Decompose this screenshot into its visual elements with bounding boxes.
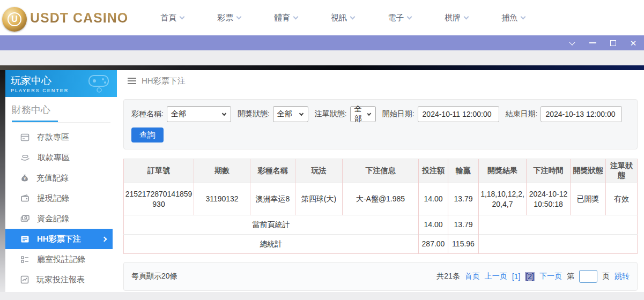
end-date-input[interactable] <box>541 106 622 122</box>
cell-play-type: 第四球(大) <box>295 183 343 215</box>
hamburger-icon[interactable] <box>128 78 136 84</box>
footer-strip <box>0 292 644 300</box>
cell-draw-status: 已開獎 <box>571 183 606 215</box>
sidebar-item-label: 存款專區 <box>37 132 69 142</box>
hall-bet-record-icon <box>20 256 29 264</box>
chevron-down-icon <box>350 14 356 19</box>
nav-item-slots[interactable]: 電子 <box>388 13 411 23</box>
nav-label: 電子 <box>388 13 404 23</box>
filter-panel: 彩種名稱: 全部 開獎狀態: 全部 注單狀態: 全部 開始日期: 結束日期: 查… <box>123 99 638 149</box>
funds-record-icon <box>20 214 29 223</box>
nav-label: 體育 <box>274 13 290 23</box>
sidebar-item-withdraw[interactable]: 取款專區 <box>5 147 117 168</box>
cell-win-loss: 13.79 <box>448 183 479 215</box>
cell-draw-result: 1,18,10,12,2,20,4,7 <box>479 183 527 215</box>
per-page-label: 每頁顯示20條 <box>131 272 177 281</box>
nav-item-live[interactable]: 視訊 <box>331 13 354 23</box>
svg-text:¥: ¥ <box>24 177 26 181</box>
page-title: HH彩票下注 <box>142 76 186 86</box>
chevron-down-icon <box>222 111 226 115</box>
chevron-down-icon <box>180 14 185 19</box>
site-logo: U USDT CASINO <box>2 4 128 32</box>
cell-bet-status: 有效 <box>606 183 638 215</box>
col-issue: 期數 <box>194 159 250 183</box>
col-play-type: 玩法 <box>295 159 343 183</box>
sidebar-item-hall-bet-records[interactable]: 廳室投註記錄 <box>5 249 117 269</box>
bet-status-select[interactable]: 全部 <box>350 106 376 122</box>
gamepad-icon <box>85 73 113 94</box>
finance-section: 財務中心 <box>5 97 117 123</box>
prev-page-link[interactable]: 上一页 <box>485 272 507 281</box>
page-summary-label: 當前頁統計 <box>124 215 419 235</box>
nav-item-fishing[interactable]: 捕魚 <box>501 13 525 23</box>
logo-letter: U <box>8 12 21 26</box>
table-header-row: 訂單號 期數 彩種名稱 玩法 下注信息 投注額 輸贏 開獎結果 下注時間 開獎狀… <box>124 159 638 183</box>
next-page-link[interactable]: 下一页 <box>539 272 562 281</box>
sidebar-item-label: HH彩票下注 <box>37 234 81 244</box>
end-date-label: 結束日期: <box>506 109 538 119</box>
sidebar-item-player-bet-report[interactable]: 玩家投注報表 <box>5 269 117 290</box>
usdt-logo-icon: U <box>2 7 27 32</box>
cell-bet-amount: 14.00 <box>419 183 448 215</box>
page-summary-bet-amount: 14.00 <box>419 215 448 235</box>
left-edge-shadow <box>0 70 5 292</box>
jump-page-input[interactable] <box>579 270 597 283</box>
players-center-banner: 玩家中心 PLAYERS CENTER <box>5 70 117 97</box>
total-summary-win-loss: 115.96 <box>448 235 479 254</box>
sidebar-item-funds-record[interactable]: 資金記錄 <box>5 208 117 229</box>
player-report-icon <box>20 275 29 284</box>
draw-status-select[interactable]: 全部 <box>273 106 308 122</box>
nav-item-cards[interactable]: 棋牌 <box>445 13 468 23</box>
col-order-no: 訂單號 <box>124 159 194 183</box>
sidebar-menu: 存款專區 取款專區 ¥ 充值記錄 提現記錄 資金記錄 HH彩票下注 <box>5 127 117 290</box>
dark-gradient-bar <box>0 65 644 70</box>
total-summary-empty <box>479 235 638 254</box>
sidebar-item-hh-lottery-bets[interactable]: HH彩票下注 <box>5 229 113 249</box>
draw-status-label: 開獎狀態: <box>238 109 270 119</box>
minimize-icon[interactable] <box>588 39 597 47</box>
col-bet-status: 注單狀態 <box>606 159 638 183</box>
table-row: 2152172870141859930 31190132 澳洲幸运8 第四球(大… <box>124 183 638 215</box>
close-icon[interactable]: ✕ <box>629 39 638 47</box>
select-value: 全部 <box>171 109 186 119</box>
site-header: U USDT CASINO 首頁 彩票 體育 視訊 電子 棋牌 捕魚 <box>0 0 644 35</box>
withdraw-icon <box>20 153 30 162</box>
page-1-link[interactable]: [1] <box>512 272 521 281</box>
chevron-right-icon <box>102 236 107 242</box>
sidebar-item-deposit[interactable]: 存款專區 <box>5 127 117 147</box>
sub-strip <box>0 50 644 65</box>
sidebar-item-label: 提現記錄 <box>37 193 69 204</box>
lottery-name-select[interactable]: 全部 <box>167 106 231 122</box>
sidebar-item-label: 玩家投注報表 <box>36 275 85 285</box>
bets-table: 訂單號 期數 彩種名稱 玩法 下注信息 投注額 輸贏 開獎結果 下注時間 開獎狀… <box>123 159 638 254</box>
nav-label: 棋牌 <box>445 13 461 23</box>
sidebar-item-label: 資金記錄 <box>37 214 69 224</box>
chevron-down-icon <box>407 14 412 19</box>
page-summary-row: 當前頁統計 14.00 13.79 <box>124 215 638 235</box>
cashout-record-icon <box>20 194 29 202</box>
page-2-link-current[interactable]: [2] <box>525 272 535 281</box>
start-date-input[interactable] <box>418 106 499 122</box>
select-value: 全部 <box>277 109 292 119</box>
first-page-link[interactable]: 首页 <box>465 272 480 281</box>
cell-issue: 31190132 <box>194 183 250 215</box>
bet-status-label: 注單狀態: <box>315 109 347 119</box>
main-content: HH彩票下注 彩種名稱: 全部 開獎狀態: 全部 注單狀態: 全部 開始日期: … <box>117 70 644 292</box>
nav-item-home[interactable]: 首頁 <box>160 13 184 23</box>
collapse-chevron-icon[interactable] <box>568 39 576 47</box>
sidebar-item-cashout-record[interactable]: 提現記錄 <box>5 188 117 208</box>
maximize-icon[interactable] <box>609 39 617 47</box>
jump-go-link[interactable]: 跳转 <box>615 272 630 281</box>
jump-prefix-label: 第 <box>567 272 574 281</box>
col-bet-info: 下注信息 <box>343 159 419 183</box>
nav-label: 彩票 <box>217 13 233 23</box>
cell-bet-info: 大-A盤@1.985 <box>343 183 419 215</box>
recharge-record-icon: ¥ <box>20 174 29 183</box>
nav-item-sports[interactable]: 體育 <box>274 13 298 23</box>
sidebar: 玩家中心 PLAYERS CENTER 財務中心 存款專區 取款專區 ¥ <box>5 70 117 292</box>
select-value: 全部 <box>354 104 364 124</box>
sidebar-item-recharge-record[interactable]: ¥ 充值記錄 <box>5 168 117 188</box>
query-button[interactable]: 查詢 <box>131 128 164 142</box>
main-nav: 首頁 彩票 體育 視訊 電子 棋牌 捕魚 <box>160 13 525 23</box>
nav-item-lottery[interactable]: 彩票 <box>217 13 241 23</box>
